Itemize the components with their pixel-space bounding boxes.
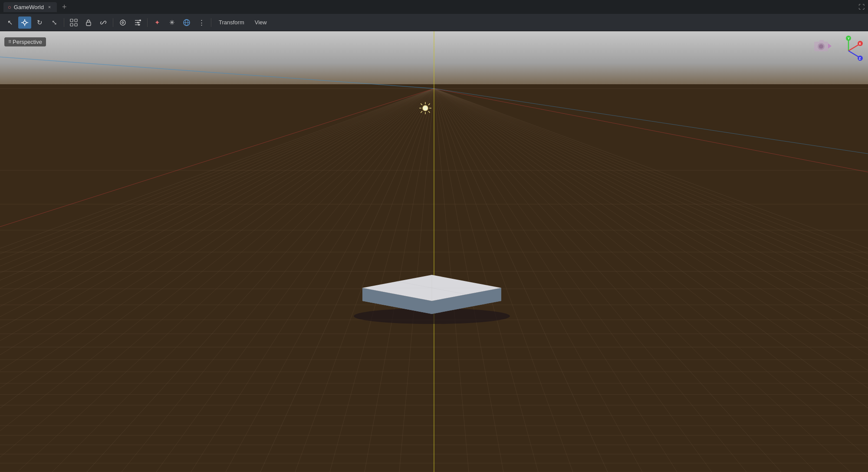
transform-button[interactable]: Transform	[214, 17, 249, 27]
svg-marker-25	[828, 43, 832, 49]
link-tool-button[interactable]	[97, 17, 110, 29]
tab-gameworld[interactable]: ○ GameWorld ×	[3, 2, 57, 12]
toolbar-separator-4	[211, 18, 211, 27]
svg-rect-5	[70, 19, 73, 22]
tab-label: GameWorld	[14, 4, 44, 10]
particles-tool-button[interactable]: ✳	[165, 17, 178, 29]
svg-rect-24	[819, 40, 824, 43]
svg-point-11	[122, 22, 124, 23]
lock-tool-button[interactable]	[82, 17, 95, 29]
toolbar-separator-1	[64, 18, 64, 27]
perspective-label[interactable]: ⠿ Perspective	[4, 37, 46, 46]
view-button[interactable]: View	[250, 17, 271, 27]
axis-indicator: Y X Z	[833, 36, 864, 66]
svg-point-17	[138, 24, 140, 26]
tab-icon: ○	[8, 4, 11, 10]
maximize-button[interactable]: ⛶	[858, 3, 865, 10]
tab-close-button[interactable]: ×	[46, 4, 53, 10]
toolbar-separator-3	[147, 18, 148, 27]
perspective-icon: ⠿	[8, 40, 11, 44]
svg-rect-8	[75, 23, 77, 26]
svg-rect-9	[86, 22, 91, 26]
snap-tool-button[interactable]	[116, 17, 129, 29]
svg-rect-6	[75, 19, 77, 22]
select-tool-button[interactable]: ↖	[3, 17, 16, 29]
svg-line-49	[848, 51, 859, 57]
rotate-tool-button[interactable]: ↻	[33, 17, 46, 29]
more-options-button[interactable]: ⋮	[195, 17, 208, 29]
svg-text:Z: Z	[859, 57, 861, 60]
paint-tool-button[interactable]: ✦	[151, 17, 164, 29]
perspective-text: Perspective	[13, 39, 42, 45]
svg-text:Y: Y	[848, 37, 850, 40]
svg-line-46	[848, 44, 859, 51]
toolbar: ↖ ↻ ⤡	[0, 14, 868, 31]
svg-point-26	[423, 106, 428, 111]
viewport[interactable]: ⠿ Perspective	[0, 31, 868, 472]
add-tab-button[interactable]: +	[60, 3, 69, 12]
svg-line-33	[428, 104, 430, 106]
svg-text:X: X	[859, 42, 861, 45]
svg-point-23	[819, 44, 823, 49]
camera-icon	[812, 37, 833, 56]
svg-line-32	[428, 111, 430, 113]
scale-tool-button[interactable]: ⤡	[48, 17, 61, 29]
move-tool-button[interactable]	[18, 17, 31, 29]
svg-point-10	[120, 20, 125, 25]
sun-handle[interactable]	[419, 102, 432, 115]
globe-tool-button[interactable]	[180, 17, 193, 29]
svg-point-16	[137, 22, 139, 23]
toolbar-separator-2	[113, 18, 113, 27]
svg-point-15	[139, 20, 141, 21]
titlebar: ○ GameWorld × + ⛶	[0, 0, 868, 14]
align-tool-button[interactable]	[131, 17, 144, 29]
svg-line-31	[421, 104, 422, 106]
grid-tool-button[interactable]	[67, 17, 80, 29]
svg-point-0	[23, 21, 26, 24]
svg-rect-7	[70, 23, 73, 26]
svg-line-34	[421, 111, 422, 113]
3d-platform	[334, 221, 534, 325]
